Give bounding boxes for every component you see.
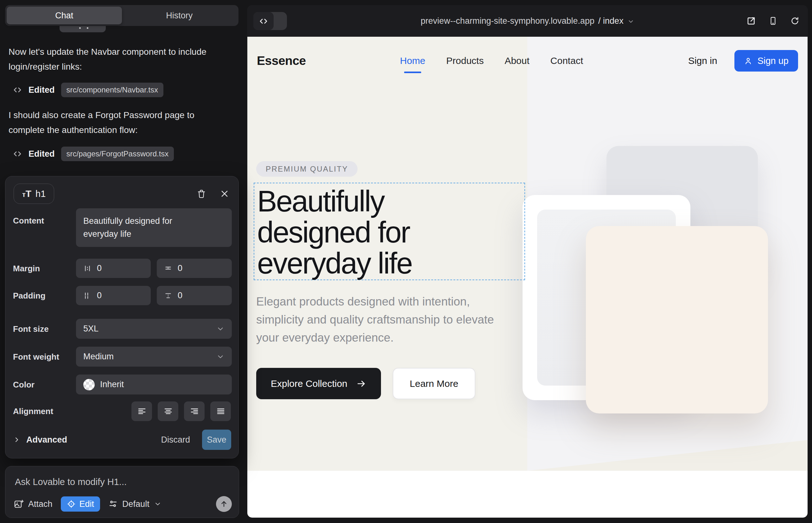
file-path-badge[interactable]: src/components/Navbar.tsx xyxy=(61,83,163,97)
learn-more-button[interactable]: Learn More xyxy=(393,368,475,399)
hero-badge: PREMIUM QUALITY xyxy=(256,161,357,177)
selected-element-pill[interactable]: тT h1 xyxy=(14,184,54,204)
chat-message: Now let's update the Navbar component to… xyxy=(8,44,224,74)
refresh-button[interactable] xyxy=(790,16,800,26)
chevron-down-icon xyxy=(216,353,225,361)
align-left-button[interactable] xyxy=(131,401,152,421)
selected-h1-outline[interactable]: Beautifully designed for everyday life xyxy=(254,183,525,280)
chevron-down-icon xyxy=(628,18,634,25)
margin-vertical-input[interactable]: 0 xyxy=(157,259,232,278)
typography-icon: тT xyxy=(22,188,31,199)
preview-browser-window: preview--charming-site-symphony.lovable.… xyxy=(247,5,808,518)
nav-link-home[interactable]: Home xyxy=(400,55,425,66)
code-icon xyxy=(13,149,22,159)
color-swatch xyxy=(83,379,95,390)
padding-vertical-input[interactable]: 0 xyxy=(157,286,232,305)
chat-sidebar: Chat History Now let's update the Navbar… xyxy=(0,0,247,523)
margin-label: Margin xyxy=(13,264,40,273)
align-center-button[interactable] xyxy=(158,401,178,421)
site-navbar: Essence Home Products About Contact Sign… xyxy=(247,37,808,85)
content-label: Content xyxy=(13,216,44,226)
color-select[interactable]: Inherit xyxy=(76,375,232,395)
tab-history[interactable]: History xyxy=(122,7,237,24)
align-justify-button[interactable] xyxy=(210,401,231,421)
hero-description: Elegant products designed with intention… xyxy=(256,292,510,347)
attach-image-icon xyxy=(14,499,24,509)
padding-horizontal-input[interactable]: 0 xyxy=(76,286,151,305)
close-icon[interactable] xyxy=(220,189,229,198)
attach-button[interactable]: Attach xyxy=(14,499,53,509)
nav-link-contact[interactable]: Contact xyxy=(550,55,583,66)
edited-label: Edited xyxy=(29,149,55,159)
edit-mode-button[interactable]: Edit xyxy=(61,497,100,511)
padding-horizontal-icon xyxy=(83,292,91,300)
sliders-icon xyxy=(108,499,118,509)
arrow-right-icon xyxy=(356,379,366,389)
sign-up-button[interactable]: Sign up xyxy=(735,50,798,72)
inspector-header: тT h1 xyxy=(14,183,229,204)
element-tag: h1 xyxy=(35,189,46,199)
code-icon xyxy=(253,12,273,30)
url-path: / index xyxy=(598,16,623,26)
delete-element-button[interactable] xyxy=(197,189,206,199)
edited-file-row: Edited src/components/Navbar.tsx xyxy=(13,82,163,97)
chat-composer: Attach Edit Default xyxy=(5,466,239,518)
sidebar-tabs: Chat History xyxy=(5,5,239,26)
scrolled-badge-remnant xyxy=(59,26,106,32)
chevron-down-icon xyxy=(216,325,225,333)
margin-horizontal-input[interactable]: 0 xyxy=(76,259,151,278)
code-preview-toggle[interactable] xyxy=(253,12,287,30)
decorative-wedge xyxy=(528,436,808,471)
margin-vertical-icon xyxy=(164,264,172,273)
composer-input[interactable] xyxy=(15,474,224,490)
alignment-label: Alignment xyxy=(13,407,53,416)
element-inspector-panel: тT h1 Content Beautifully designed for e… xyxy=(5,176,239,458)
crosshair-icon xyxy=(67,500,76,508)
font-size-label: Font size xyxy=(13,324,49,334)
hero-heading: Beautifully designed for everyday life xyxy=(257,186,525,279)
font-weight-select[interactable]: Medium xyxy=(76,347,232,366)
inspector-footer: Advanced Discard Save xyxy=(13,430,231,450)
align-right-button[interactable] xyxy=(184,401,205,421)
discard-button[interactable]: Discard xyxy=(161,435,190,445)
edited-label: Edited xyxy=(29,85,55,95)
margin-horizontal-icon xyxy=(83,264,91,273)
file-path-badge[interactable]: src/pages/ForgotPassword.tsx xyxy=(61,147,174,161)
hero-section: Essence Home Products About Contact Sign… xyxy=(247,37,808,471)
alignment-group xyxy=(131,401,231,421)
chevron-down-icon xyxy=(154,500,161,508)
content-input[interactable]: Beautifully designed for everyday life xyxy=(76,208,232,247)
browser-topbar: preview--charming-site-symphony.lovable.… xyxy=(247,5,808,37)
font-size-select[interactable]: 5XL xyxy=(76,319,232,339)
color-label: Color xyxy=(13,380,35,390)
sign-in-link[interactable]: Sign in xyxy=(688,55,717,66)
padding-vertical-icon xyxy=(164,292,172,300)
explore-collection-button[interactable]: Explore Collection xyxy=(256,368,381,399)
nav-link-about[interactable]: About xyxy=(505,55,529,66)
send-button[interactable] xyxy=(216,496,232,512)
mode-select[interactable]: Default xyxy=(108,499,161,509)
tab-chat[interactable]: Chat xyxy=(7,7,122,24)
mobile-view-button[interactable] xyxy=(769,16,777,26)
save-button[interactable]: Save xyxy=(202,430,231,450)
advanced-toggle[interactable]: Advanced xyxy=(13,435,67,445)
url-bar[interactable]: preview--charming-site-symphony.lovable.… xyxy=(352,5,703,37)
chat-message: I should also create a Forgot Password p… xyxy=(8,108,224,138)
font-weight-label: Font weight xyxy=(13,352,59,362)
url-domain: preview--charming-site-symphony.lovable.… xyxy=(421,16,595,26)
chevron-right-icon xyxy=(13,436,21,444)
page-viewport: Essence Home Products About Contact Sign… xyxy=(247,37,808,518)
code-icon xyxy=(13,85,22,95)
padding-label: Padding xyxy=(13,291,46,301)
nav-link-products[interactable]: Products xyxy=(446,55,483,66)
site-logo[interactable]: Essence xyxy=(257,54,306,68)
user-icon xyxy=(744,57,753,65)
edited-file-row: Edited src/pages/ForgotPassword.tsx xyxy=(13,146,174,161)
decorative-card-peach xyxy=(586,226,768,413)
open-external-button[interactable] xyxy=(746,16,756,26)
